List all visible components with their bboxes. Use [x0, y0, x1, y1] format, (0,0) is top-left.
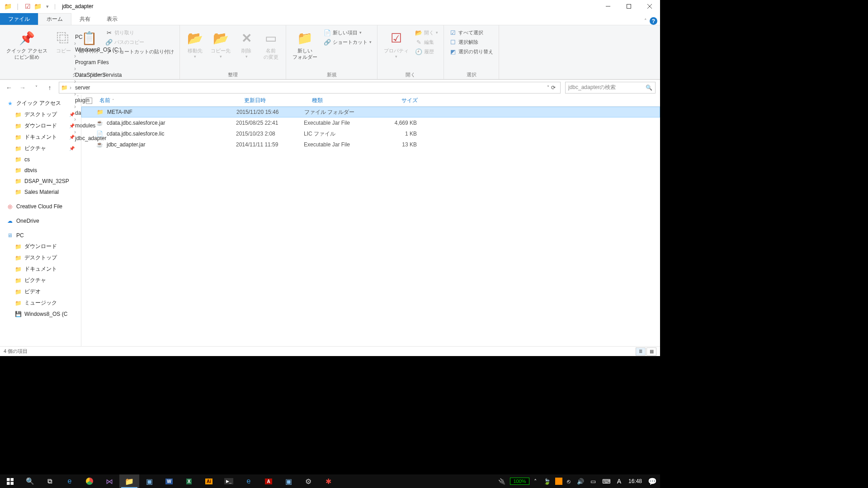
- taskbar-app-illustrator[interactable]: Ai: [199, 474, 219, 488]
- sidebar-item-pc-music[interactable]: 📁ミュージック: [0, 297, 81, 309]
- sidebar-item-downloads[interactable]: 📁ダウンロード📌: [0, 120, 81, 131]
- sidebar-item-onedrive[interactable]: ☁OneDrive: [0, 216, 81, 226]
- volume-icon[interactable]: 🔊: [575, 478, 586, 485]
- battery-indicator[interactable]: 100%: [510, 478, 529, 485]
- refresh-icon[interactable]: ⟳: [551, 84, 556, 91]
- breadcrumb-segment[interactable]: DataSpiderServista: [73, 72, 123, 78]
- chevron-right-icon[interactable]: ›: [73, 78, 77, 84]
- sidebar-item-dbvis[interactable]: 📁dbvis: [0, 165, 81, 176]
- rename-button[interactable]: ▭ 名前 の変更: [259, 27, 282, 62]
- search-icon[interactable]: 🔍: [646, 84, 652, 91]
- taskbar-app-vs[interactable]: ⋈: [99, 474, 119, 488]
- taskbar-app-explorer[interactable]: 📁: [119, 474, 139, 488]
- copy-to-button[interactable]: 📂 コピー先▾: [208, 27, 233, 61]
- delete-button[interactable]: ✕ 削除▾: [235, 27, 258, 61]
- sidebar-item-pc-documents[interactable]: 📁ドキュメント: [0, 263, 81, 275]
- invert-selection-button[interactable]: ◩選択の切り替え: [448, 47, 495, 56]
- sidebar-item-quickaccess[interactable]: ★クイック アクセス: [0, 98, 81, 109]
- taskbar-app-excel[interactable]: X: [179, 474, 199, 488]
- taskbar-app-generic1[interactable]: ▣: [139, 474, 159, 488]
- tab-view[interactable]: 表示: [99, 13, 126, 25]
- icons-view-button[interactable]: ▦: [646, 347, 656, 356]
- tray-overflow-icon[interactable]: ˄: [532, 478, 539, 485]
- clock[interactable]: 16:48: [626, 478, 645, 484]
- minimize-button[interactable]: [598, 0, 618, 13]
- sidebar-item-pc-desktop[interactable]: 📁デスクトップ: [0, 252, 81, 263]
- qat-newfolder-icon[interactable]: 📁: [33, 2, 42, 10]
- taskbar-app-acrobat[interactable]: A: [259, 474, 278, 488]
- file-row[interactable]: ☕jdbc_adapter.jar2014/11/11 11:59Executa…: [81, 139, 660, 150]
- ime-indicator[interactable]: A: [615, 478, 623, 485]
- new-item-button[interactable]: 📄新しい項目 ▾: [322, 28, 373, 37]
- details-view-button[interactable]: ≣: [636, 347, 646, 356]
- tab-file[interactable]: ファイル: [0, 13, 38, 25]
- breadcrumb-segment[interactable]: Program Files: [73, 59, 123, 66]
- address-dropdown-icon[interactable]: ˅: [547, 85, 549, 90]
- up-button[interactable]: ↑: [45, 83, 54, 92]
- tab-home[interactable]: ホーム: [38, 13, 71, 25]
- taskbar-app-ie[interactable]: e: [239, 474, 259, 488]
- taskbar-app-chrome[interactable]: [80, 474, 99, 488]
- new-folder-button[interactable]: 📁 新しい フォルダー: [290, 27, 320, 62]
- keyboard-icon[interactable]: ⌨: [600, 478, 613, 485]
- column-date[interactable]: 更新日時: [241, 97, 308, 104]
- move-to-button[interactable]: 📂 移動先▾: [184, 27, 206, 61]
- sidebar-item-creativecloud[interactable]: ◎Creative Cloud File: [0, 201, 81, 212]
- file-row[interactable]: ☕cdata.jdbc.salesforce.jar2015/08/25 22:…: [81, 117, 660, 128]
- maximize-button[interactable]: [618, 0, 639, 13]
- input-icon[interactable]: ▭: [589, 478, 598, 485]
- qat-properties-icon[interactable]: ☑: [24, 2, 32, 10]
- leaf-icon[interactable]: 🍃: [542, 478, 552, 485]
- chevron-right-icon[interactable]: ›: [73, 53, 77, 59]
- breadcrumb-segment[interactable]: PC: [73, 34, 123, 40]
- column-name[interactable]: 名前˄: [96, 97, 241, 104]
- taskbar-app-word[interactable]: W: [159, 474, 179, 488]
- qat-dropdown-icon[interactable]: ▾: [43, 2, 52, 10]
- select-all-checkbox[interactable]: [86, 98, 92, 104]
- taskbar-app-cmd[interactable]: ▶_: [219, 474, 239, 488]
- chevron-down-icon[interactable]: ˅: [77, 95, 79, 99]
- pin-to-quick-access-button[interactable]: 📌 クイック アクセス にピン留め: [4, 27, 50, 62]
- chevron-right-icon[interactable]: ›: [73, 40, 77, 47]
- breadcrumb-segment[interactable]: server: [73, 84, 123, 91]
- taskbar-app-generic3[interactable]: ✱: [318, 474, 338, 488]
- taskview-button[interactable]: ⧉: [40, 474, 60, 488]
- copy-button[interactable]: ⿻ コピー: [52, 27, 75, 56]
- file-row[interactable]: 📄cdata.jdbc.salesforce.lic2015/10/23 2:0…: [81, 128, 660, 139]
- column-type[interactable]: 種類: [308, 97, 376, 104]
- back-button[interactable]: ←: [5, 83, 14, 92]
- address-bar[interactable]: 📁 › PC›Windows8_OS (C:)›Program Files›Da…: [59, 82, 561, 94]
- close-button[interactable]: [639, 0, 660, 13]
- new-shortcut-button[interactable]: 🔗ショートカット ▾: [322, 38, 373, 47]
- history-button[interactable]: 🕘履歴: [413, 47, 440, 56]
- search-input[interactable]: jdbc_adapterの検索 🔍: [565, 82, 656, 94]
- taskbar-app-generic2[interactable]: ▣: [278, 474, 298, 488]
- search-button[interactable]: 🔍: [20, 474, 40, 488]
- sidebar-item-sales[interactable]: 📁Sales Material: [0, 187, 81, 197]
- sidebar-item-pc-osdisc[interactable]: 💾Windows8_OS (C: [0, 309, 81, 319]
- sidebar-item-documents[interactable]: 📁ドキュメント📌: [0, 131, 81, 143]
- sidebar-item-pc-downloads[interactable]: 📁ダウンロード: [0, 241, 81, 252]
- power-icon[interactable]: 🔌: [496, 478, 507, 485]
- sidebar-item-dsap[interactable]: 📁DSAP_WIN_32SP: [0, 176, 81, 187]
- action-center-icon[interactable]: 💬: [647, 476, 657, 486]
- select-all-button[interactable]: ☑すべて選択: [448, 28, 495, 37]
- sidebar-item-pc[interactable]: 🖥PC: [0, 230, 81, 241]
- start-button[interactable]: [0, 474, 20, 488]
- open-button[interactable]: 📂開く ▾: [413, 28, 440, 37]
- breadcrumb-segment[interactable]: Windows8_OS (C:): [73, 47, 123, 53]
- help-icon[interactable]: ?: [650, 17, 657, 25]
- sidebar-item-pc-videos[interactable]: 📁ビデオ: [0, 286, 81, 297]
- tray-app-icon[interactable]: [555, 478, 562, 485]
- tab-share[interactable]: 共有: [71, 13, 99, 25]
- sidebar-item-pc-pictures[interactable]: 📁ピクチャ: [0, 275, 81, 286]
- file-row[interactable]: 📁META-INF2015/11/20 15:46ファイル フォルダー: [81, 107, 660, 117]
- column-size[interactable]: サイズ: [376, 97, 421, 104]
- chevron-right-icon[interactable]: ›: [69, 84, 72, 91]
- chevron-right-icon[interactable]: ›: [73, 66, 77, 72]
- collapse-ribbon-icon[interactable]: ˄: [644, 18, 647, 24]
- recent-button[interactable]: ˅: [32, 83, 41, 92]
- wifi-icon[interactable]: ⎋: [565, 478, 572, 485]
- edit-button[interactable]: ✎編集: [413, 38, 440, 47]
- properties-button[interactable]: ☑ プロパティ▾: [381, 27, 411, 61]
